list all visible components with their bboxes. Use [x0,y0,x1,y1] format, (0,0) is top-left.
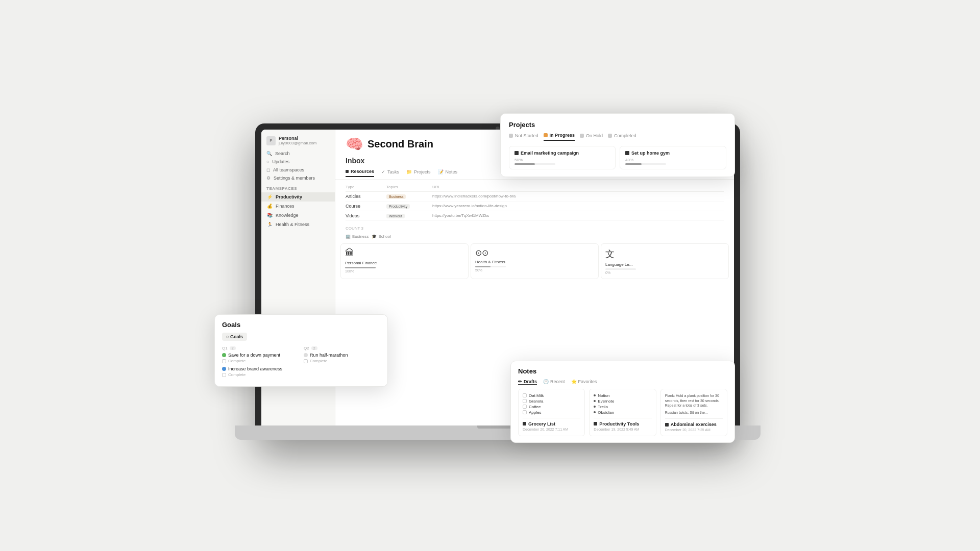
project-email-progress [514,163,555,165]
note-bullet [594,406,596,408]
goals-tab-icon: ○ [226,334,229,339]
table-row: Course Productivity https://www.yearzero… [346,202,724,211]
tab-completed[interactable]: Completed [608,133,636,141]
bottom-icons-row: 🏛 Personal Finance 100% ⊙⊙ Health & Fitn… [335,240,734,282]
note-item: Trello [594,405,651,409]
tab-notes[interactable]: 📝 Notes [438,169,458,177]
health-card-title: Health & Fitness [475,260,594,264]
sidebar-item-search[interactable]: 🔍 Search [261,149,335,158]
project-email-fill [514,163,535,165]
main-title: Second Brain [368,138,433,150]
cat-tag-school: 🎓 School [372,234,390,239]
language-progress [605,268,636,270]
project-gym-progress [625,163,666,165]
updates-icon: ○ [266,159,269,164]
note-footer: Productivity Tools December 19, 2022 9:4… [594,418,651,431]
goals-panel: Goals ○ Goals Q1 2 Save for a down payme… [214,314,388,387]
tab-drafts[interactable]: ✏ Drafts [518,379,537,385]
topic-tag-productivity: Productivity [386,204,410,209]
table-row: Videos Workout https://youtu.be/TqXwI1MW… [346,211,724,221]
project-card-email[interactable]: Email marketing campaign 50% [509,146,616,169]
cat-tag-business: 🏢 Business [346,234,369,239]
sidebar-item-finances[interactable]: 💰 Finances [261,202,335,211]
brain-icon: 🧠 [346,136,363,153]
note-card-exercises[interactable]: Plank: Hold a plank position for 30 seco… [660,389,727,436]
card-personal-finance[interactable]: 🏛 Personal Finance 100% [340,243,469,279]
note-item: Notion [594,393,651,398]
note-checkbox [523,393,527,397]
note-bullet [594,411,596,413]
q2-label: Q2 2 [304,346,380,350]
note-item: Oat Milk [523,393,580,398]
language-icon: 文 [605,248,724,260]
goal-dot-green [222,353,226,357]
finance-progress [345,267,376,268]
tab-favorites[interactable]: ⭐ Favorites [571,379,597,385]
card-language[interactable]: 文 Language Le... 0% [601,243,729,279]
count-row: COUNT 3 [335,224,734,233]
goal-brand-awareness: Increase brand awareness Complete [222,366,299,377]
status-checkbox-2 [222,373,226,377]
table-header: Type Topics URL [346,183,724,192]
health-icon: 🏃 [266,221,273,228]
note-checkbox [523,399,527,403]
tab-in-progress[interactable]: In Progress [544,133,575,141]
tab-projects[interactable]: 📁 Projects [406,169,431,177]
tab-resources[interactable]: Resources [346,169,374,177]
goal-marathon: Run half-marathon Complete [304,353,380,363]
goals-panel-title: Goals [222,321,380,329]
note-card-productivity[interactable]: Notion Evernote Trello Obsidian [589,389,656,436]
tab-tasks[interactable]: ✓ Tasks [381,169,399,177]
sidebar-item-updates[interactable]: ○ Updates [261,158,335,166]
finance-progress-fill [345,267,376,268]
q1-label: Q1 2 [222,346,299,350]
tab-goals[interactable]: ○ Goals [222,333,247,341]
note-item: Apples [523,410,580,415]
completed-dot [608,134,612,138]
project-card-gym[interactable]: Set up home gym 40% [620,146,726,169]
tab-recent[interactable]: 🕐 Recent [543,379,565,385]
sidebar-item-health[interactable]: 🏃 Health & Fitness [261,220,335,229]
exercises-icon [665,423,669,427]
finance-card-title: Personal Finance [345,261,464,265]
note-card-grocery[interactable]: Oat Milk Granola Coffee Apples [518,389,585,436]
project-gym-title: Set up home gym [625,151,721,156]
col-header-topics: Topics [386,185,422,189]
cat-business-icon: 🏢 [346,234,351,239]
projects-tabs: Not Started In Progress On Hold Complete… [509,133,726,141]
sidebar-item-all-teamspaces[interactable]: ◻ All teamspaces [261,166,335,174]
note-footer: Abdominal exercises December 20, 2022 7:… [665,418,723,432]
settings-icon: ⚙ [266,176,271,181]
health-progress [475,266,506,267]
health-progress-fill [475,266,491,267]
goal-down-payment: Save for a down payment Complete [222,353,299,363]
sidebar-header: P Personal july0003@gmail.com [261,134,335,149]
sidebar-user: Personal july0003@gmail.com [279,136,316,145]
category-tag-row: 🏢 Business 🎓 School [335,233,734,240]
note-item: Evernote [594,399,651,404]
note-checkbox [523,405,527,409]
quarter-q2: Q2 2 Run half-marathon Complete [304,346,380,380]
goal-dot-gray [304,353,308,357]
user-name: Personal [279,136,316,141]
note-item: Granola [523,399,580,404]
not-started-dot [509,134,513,138]
card-health-fitness[interactable]: ⊙⊙ Health & Fitness 50% [471,243,599,279]
status-checkbox [222,359,226,363]
topic-tag-business: Business [386,194,406,199]
cat-school-icon: 🎓 [372,234,377,239]
quarter-q1: Q1 2 Save for a down payment Complete [222,346,299,380]
projects-grid: Email marketing campaign 50% Set up home… [509,146,726,169]
sidebar-item-productivity[interactable]: ⚡ Productivity [261,192,335,202]
col-header-url: URL [432,185,724,189]
goals-tabs: ○ Goals [222,333,380,341]
grocery-icon [523,422,526,425]
finance-icon: 🏛 [345,248,464,259]
teamspaces-icon: ◻ [266,167,270,172]
sidebar-item-knowledge[interactable]: 📚 Knowledge [261,211,335,220]
sidebar-item-settings[interactable]: ⚙ Settings & members [261,174,335,182]
tab-on-hold[interactable]: On Hold [580,133,603,141]
sidebar: P Personal july0003@gmail.com 🔍 Search ○… [261,130,335,434]
projects-tab-icon: 📁 [406,169,412,174]
tab-not-started[interactable]: Not Started [509,133,538,141]
